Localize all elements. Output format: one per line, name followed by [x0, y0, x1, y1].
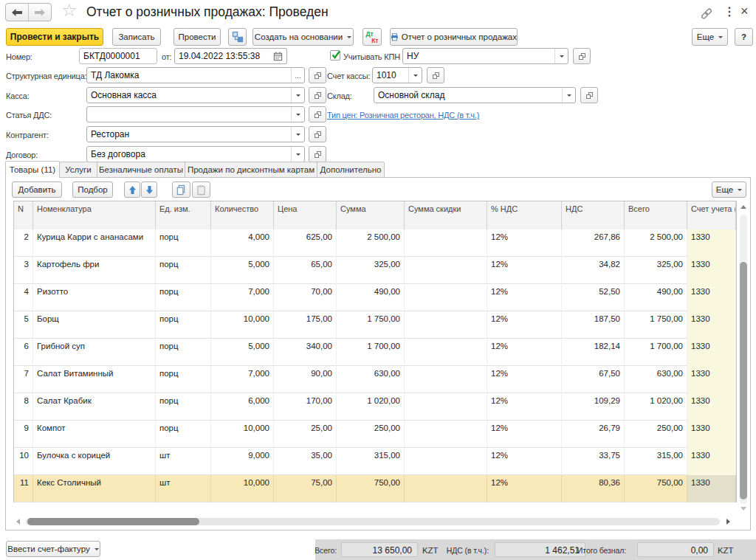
cell-unit[interactable]: шт: [156, 448, 211, 475]
cell-name[interactable]: Компот: [33, 421, 156, 448]
cash-desk-field[interactable]: Основная касса: [86, 87, 305, 103]
cell-discount[interactable]: [405, 229, 487, 257]
tab-discount-cards[interactable]: Продажи по дисконтным картам: [185, 162, 317, 178]
structure-button[interactable]: [228, 28, 247, 46]
cell-account[interactable]: 1330: [687, 421, 736, 448]
cell-sum[interactable]: 490,00: [337, 284, 405, 311]
add-row-button[interactable]: Добавить: [12, 182, 62, 198]
pick-button[interactable]: Подбор: [72, 182, 113, 198]
vertical-scrollbar[interactable]: [738, 201, 749, 514]
cell-n[interactable]: 4: [14, 284, 33, 311]
table-row[interactable]: 5Борщпорц10,000175,001 750,0012%187,501 …: [14, 311, 736, 339]
warehouse-dropdown[interactable]: [562, 88, 575, 103]
cell-vat_pct[interactable]: 12%: [487, 284, 562, 311]
cell-vat_pct[interactable]: 12%: [487, 339, 562, 366]
cell-sum[interactable]: 1 020,00: [337, 393, 405, 421]
table-row[interactable]: 8Салат Крабикпорц6,000170,001 020,0012%1…: [14, 393, 736, 421]
cell-total[interactable]: 250,00: [625, 421, 687, 448]
cell-vat[interactable]: 26,79: [562, 421, 625, 448]
table-row[interactable]: 2Курица Карри с ананасамипорц4,000625,00…: [14, 229, 736, 257]
counterparty-field[interactable]: Ресторан: [86, 126, 305, 142]
number-field[interactable]: БКТД0000001: [79, 48, 157, 64]
cell-vat_pct[interactable]: 12%: [487, 421, 562, 448]
cell-total[interactable]: 750,00: [625, 475, 687, 502]
warehouse-field[interactable]: Основной склад: [374, 87, 576, 103]
cell-n[interactable]: 8: [14, 393, 33, 421]
cell-account[interactable]: 1330: [687, 229, 736, 257]
cash-desk-dropdown[interactable]: [291, 88, 304, 103]
cell-total[interactable]: 325,00: [625, 257, 687, 284]
table-row[interactable]: 6Грибной суппорц5,000340,001 700,0012%18…: [14, 339, 736, 366]
structural-unit-open-button[interactable]: [309, 67, 326, 83]
cell-name[interactable]: Борщ: [33, 311, 156, 339]
cell-unit[interactable]: порц: [156, 393, 211, 421]
move-up-button[interactable]: [124, 182, 140, 198]
cell-vat[interactable]: 52,50: [562, 284, 625, 311]
tab-cashless-payments[interactable]: Безналичные оплаты: [97, 162, 185, 178]
table-row[interactable]: 7Салат Витаминныйпорц7,00090,00630,0012%…: [14, 366, 736, 393]
cell-vat[interactable]: 187,50: [562, 311, 625, 339]
tab-additional[interactable]: Дополнительно: [317, 162, 385, 178]
column-header-n[interactable]: N: [14, 201, 33, 229]
column-header-unit[interactable]: Ед. изм.: [156, 201, 211, 229]
forward-button[interactable]: [29, 4, 51, 21]
cell-unit[interactable]: порц: [156, 339, 211, 366]
cell-name[interactable]: Салат Крабик: [33, 393, 156, 421]
cash-account-open-button[interactable]: [427, 67, 444, 83]
cell-sum[interactable]: 1 750,00: [337, 311, 405, 339]
cell-qty[interactable]: 10,000: [211, 421, 274, 448]
cell-vat[interactable]: 109,29: [562, 393, 625, 421]
cell-qty[interactable]: 10,000: [211, 475, 274, 502]
cell-discount[interactable]: [405, 339, 487, 366]
cell-discount[interactable]: [405, 448, 487, 475]
cell-vat_pct[interactable]: 12%: [487, 366, 562, 393]
cell-qty[interactable]: 10,000: [211, 311, 274, 339]
cell-sum[interactable]: 315,00: [337, 448, 405, 475]
structural-unit-ellipsis[interactable]: ...: [291, 68, 304, 83]
warehouse-open-button[interactable]: [580, 87, 598, 103]
cell-price[interactable]: 340,00: [274, 339, 337, 366]
cell-vat_pct[interactable]: 12%: [487, 475, 562, 502]
cell-qty[interactable]: 6,000: [211, 393, 274, 421]
enter-invoice-button[interactable]: Ввести счет-фактуру: [6, 541, 100, 557]
cell-account[interactable]: 1330: [687, 475, 736, 502]
cell-qty[interactable]: 7,000: [211, 366, 274, 393]
calendar-button[interactable]: [269, 48, 287, 64]
cell-price[interactable]: 625,00: [274, 229, 337, 257]
cell-discount[interactable]: [405, 311, 487, 339]
cell-n[interactable]: 5: [14, 311, 33, 339]
cell-price[interactable]: 75,00: [274, 475, 337, 502]
kpn-field[interactable]: НУ: [402, 48, 568, 64]
cell-qty[interactable]: 7,000: [211, 284, 274, 311]
contract-open-button[interactable]: [309, 146, 326, 162]
cell-sum[interactable]: 1 700,00: [337, 339, 405, 366]
post-and-close-button[interactable]: Провести и закрыть: [6, 28, 103, 46]
cell-discount[interactable]: [405, 257, 487, 284]
cell-account[interactable]: 1330: [687, 284, 736, 311]
cell-account[interactable]: 1330: [687, 339, 736, 366]
cell-total[interactable]: 1 020,00: [625, 393, 687, 421]
cell-sum[interactable]: 325,00: [337, 257, 405, 284]
cell-total[interactable]: 315,00: [625, 448, 687, 475]
cell-price[interactable]: 175,00: [274, 311, 337, 339]
cell-discount[interactable]: [405, 421, 487, 448]
price-type-link[interactable]: Тип цен: Розничная ресторан, НДС (в т.ч.…: [327, 111, 479, 120]
cell-unit[interactable]: порц: [156, 257, 211, 284]
cell-vat[interactable]: 182,14: [562, 339, 625, 366]
horizontal-scrollbar[interactable]: [13, 516, 736, 527]
save-button[interactable]: Записать: [112, 28, 161, 46]
cell-total[interactable]: 2 500,00: [625, 229, 687, 257]
cell-price[interactable]: 25,00: [274, 421, 337, 448]
cell-name[interactable]: Кекс Столичный: [33, 475, 156, 502]
cell-total[interactable]: 1 750,00: [625, 311, 687, 339]
copy-rows-button[interactable]: [172, 182, 190, 198]
more-button[interactable]: Еще: [692, 28, 728, 46]
column-header-sum[interactable]: Сумма: [337, 201, 405, 229]
scroll-right-icon[interactable]: [726, 519, 730, 525]
cell-account[interactable]: 1330: [687, 257, 736, 284]
column-header-vat_pct[interactable]: % НДС: [487, 201, 562, 229]
dds-item-dropdown[interactable]: [291, 107, 304, 122]
cell-price[interactable]: 90,00: [274, 366, 337, 393]
vertical-scrollbar-thumb[interactable]: [740, 262, 747, 499]
cell-n[interactable]: 7: [14, 366, 33, 393]
